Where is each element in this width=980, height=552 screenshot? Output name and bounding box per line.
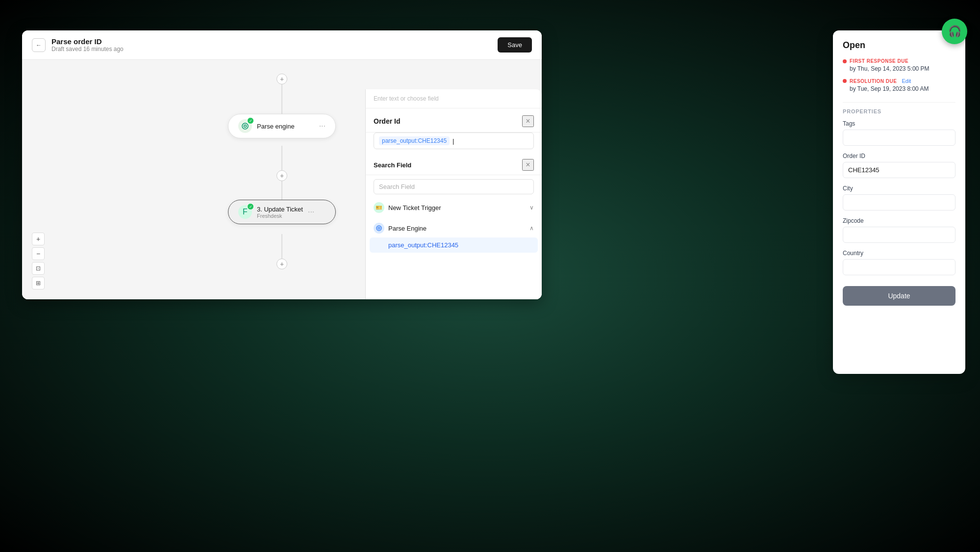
resolution-dot bbox=[843, 79, 847, 83]
node-parse-engine[interactable]: ✓ Parse engine ··· bbox=[228, 114, 336, 138]
parse-engine-group-icon bbox=[374, 223, 384, 234]
zoom-lock-button[interactable]: ⊞ bbox=[32, 277, 45, 289]
search-input[interactable]: Search Field bbox=[374, 179, 534, 194]
node-menu-parse[interactable]: ··· bbox=[319, 122, 326, 131]
svg-point-0 bbox=[242, 123, 248, 129]
country-input[interactable] bbox=[843, 259, 955, 275]
svg-point-3 bbox=[378, 227, 380, 229]
svg-point-1 bbox=[244, 125, 247, 128]
group-left-new-ticket: 🎫 New Ticket Trigger bbox=[374, 202, 441, 213]
group-parse-engine: Parse Engine ∧ parse_output:CHE12345 bbox=[370, 219, 538, 253]
connector-2 bbox=[281, 146, 282, 170]
save-button[interactable]: Save bbox=[498, 37, 532, 53]
zipcode-label: Zipcode bbox=[843, 217, 955, 224]
top-placeholder: Enter text or choose field bbox=[366, 89, 542, 108]
chevron-new-ticket: ∨ bbox=[529, 204, 534, 211]
parse-engine-group-label: Parse Engine bbox=[388, 225, 427, 232]
zoom-in-button[interactable]: + bbox=[32, 233, 45, 245]
zoom-fit-button[interactable]: ⊡ bbox=[32, 262, 45, 275]
order-panel-close[interactable]: × bbox=[522, 115, 534, 127]
cursor-indicator: | bbox=[452, 137, 454, 145]
city-field: City bbox=[843, 185, 955, 210]
divider bbox=[843, 102, 955, 103]
group-left-parse: Parse Engine bbox=[374, 223, 427, 234]
resolution-section: RESOLUTION DUE Edit by Tue, Sep 19, 2023… bbox=[843, 78, 955, 92]
zipcode-field: Zipcode bbox=[843, 217, 955, 243]
parse-engine-icon: ✓ bbox=[238, 119, 252, 133]
update-ticket-label: 3. Update Ticket bbox=[257, 206, 303, 213]
header-info: Parse order ID Draft saved 16 minutes ag… bbox=[51, 37, 124, 53]
canvas-area: + ✓ Parse engine ··· + F ✓ bbox=[22, 60, 542, 299]
first-response-section: FIRST RESPONSE DUE by Thu, Sep 14, 2023 … bbox=[843, 58, 955, 72]
header-left: ← Parse order ID Draft saved 16 minutes … bbox=[32, 37, 124, 53]
support-icon-glyph: 🎧 bbox=[948, 25, 961, 38]
workflow-panel: ← Parse order ID Draft saved 16 minutes … bbox=[22, 30, 542, 299]
order-value-input[interactable]: parse_output:CHE12345 | bbox=[374, 132, 534, 149]
search-field-section: Search Field × Search Field 🎫 New Ticket… bbox=[366, 154, 542, 299]
connector-1 bbox=[281, 84, 282, 114]
update-button[interactable]: Update bbox=[843, 286, 955, 306]
order-id-field: Order ID bbox=[843, 153, 955, 178]
resolution-label-row: RESOLUTION DUE Edit bbox=[843, 78, 955, 84]
search-field-header: Search Field × bbox=[366, 154, 542, 175]
properties-title: PROPERTIES bbox=[843, 108, 955, 114]
tags-label: Tags bbox=[843, 120, 955, 127]
search-close[interactable]: × bbox=[522, 159, 534, 171]
order-tag: parse_output:CHE12345 bbox=[379, 136, 450, 145]
search-field-title: Search Field bbox=[374, 161, 411, 169]
zoom-out-button[interactable]: − bbox=[32, 247, 45, 260]
ticket-status: Open bbox=[843, 40, 955, 51]
first-response-label: FIRST RESPONSE DUE bbox=[843, 58, 955, 64]
svg-point-2 bbox=[377, 226, 381, 231]
tags-input[interactable] bbox=[843, 130, 955, 146]
node-update-ticket[interactable]: F ✓ 3. Update Ticket Freshdesk ··· bbox=[228, 200, 336, 224]
order-id-title: Order Id bbox=[374, 117, 400, 125]
resolution-date: by Tue, Sep 19, 2023 8:00 AM bbox=[843, 85, 955, 92]
group-header-new-ticket[interactable]: 🎫 New Ticket Trigger ∨ bbox=[370, 198, 538, 217]
city-input[interactable] bbox=[843, 194, 955, 210]
update-ticket-sub: Freshdesk bbox=[257, 213, 303, 219]
ticket-panel: Open FIRST RESPONSE DUE by Thu, Sep 14, … bbox=[833, 30, 965, 374]
zipcode-input[interactable] bbox=[843, 227, 955, 243]
add-node-middle[interactable]: + bbox=[276, 170, 287, 181]
group-new-ticket: 🎫 New Ticket Trigger ∨ bbox=[370, 198, 538, 217]
group-header-parse-engine[interactable]: Parse Engine ∧ bbox=[370, 219, 538, 237]
node-menu-update[interactable]: ··· bbox=[308, 208, 314, 216]
first-response-date: by Thu, Sep 14, 2023 5:00 PM bbox=[843, 65, 955, 72]
check-badge: ✓ bbox=[247, 117, 254, 124]
city-label: City bbox=[843, 185, 955, 192]
country-label: Country bbox=[843, 250, 955, 257]
back-button[interactable]: ← bbox=[32, 38, 46, 52]
order-id-input[interactable] bbox=[843, 162, 955, 178]
update-ticket-info: 3. Update Ticket Freshdesk bbox=[257, 206, 303, 219]
connector-4 bbox=[281, 234, 282, 259]
order-panel: Enter text or choose field Order Id × pa… bbox=[365, 89, 542, 299]
resolution-label: RESOLUTION DUE bbox=[850, 79, 897, 84]
draft-status: Draft saved 16 minutes ago bbox=[51, 46, 124, 53]
add-node-top[interactable]: + bbox=[276, 74, 287, 84]
connector-3 bbox=[281, 181, 282, 201]
support-icon[interactable]: 🎧 bbox=[942, 19, 967, 44]
parse-engine-label: Parse engine bbox=[257, 123, 314, 130]
country-field: Country bbox=[843, 250, 955, 275]
panel-header: ← Parse order ID Draft saved 16 minutes … bbox=[22, 30, 542, 60]
tags-field: Tags bbox=[843, 120, 955, 146]
check-badge-2: ✓ bbox=[247, 203, 254, 210]
new-ticket-label: New Ticket Trigger bbox=[388, 204, 441, 211]
dropdown-section: 🎫 New Ticket Trigger ∨ bbox=[366, 198, 542, 299]
zoom-controls: + − ⊡ ⊞ bbox=[32, 233, 45, 289]
order-panel-header: Order Id × bbox=[366, 108, 542, 132]
order-id-label: Order ID bbox=[843, 153, 955, 159]
chevron-parse-engine: ∧ bbox=[529, 225, 534, 232]
parse-output-item[interactable]: parse_output:CHE12345 bbox=[370, 237, 538, 253]
add-node-bottom[interactable]: + bbox=[276, 259, 287, 269]
page-title: Parse order ID bbox=[51, 37, 124, 46]
first-response-dot bbox=[843, 59, 847, 63]
new-ticket-icon: 🎫 bbox=[374, 202, 384, 213]
resolution-edit-link[interactable]: Edit bbox=[902, 78, 911, 84]
freshdesk-icon: F ✓ bbox=[238, 205, 252, 219]
